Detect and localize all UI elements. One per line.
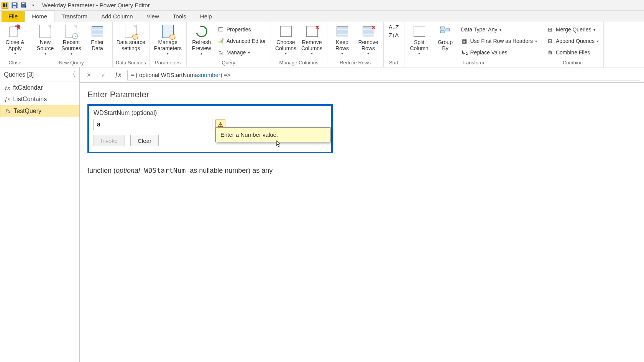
tab-file[interactable]: File: [2, 11, 25, 22]
group-reduce-rows-label: Reduce Rows: [330, 59, 380, 67]
recent-sources-icon: 🕓: [64, 25, 78, 38]
svg-rect-7: [440, 27, 444, 29]
tab-view[interactable]: View: [140, 11, 166, 22]
tab-transform[interactable]: Transform: [54, 11, 94, 22]
function-icon: ƒx: [5, 96, 10, 103]
group-parameters: Manage Parameters Parameters: [150, 22, 187, 67]
close-apply-button[interactable]: ✕ Close & Apply: [3, 24, 27, 56]
qat-dropdown-icon[interactable]: ▾: [29, 2, 37, 9]
formula-commit-button[interactable]: ✓: [98, 70, 109, 80]
function-icon: ƒx: [5, 108, 10, 115]
formula-bar: ✕ ✓ ƒx = ( optional WDStartNum as number…: [80, 67, 644, 83]
content-area: ✕ ✓ ƒx = ( optional WDStartNum as number…: [80, 67, 644, 362]
remove-rows-label: Remove Rows: [358, 39, 378, 51]
formula-input[interactable]: = ( optional WDStartNum as number ) =>: [127, 70, 640, 80]
group-sort: A↓Z Z↓A Sort: [384, 22, 404, 67]
tab-add-column[interactable]: Add Column: [94, 11, 140, 22]
append-queries-label: Append Queries: [556, 38, 595, 44]
group-by-label: Group By: [438, 39, 453, 51]
formula-cancel-button[interactable]: ✕: [84, 70, 94, 80]
formula-text-end: ) =>: [220, 72, 231, 78]
clear-button[interactable]: Clear: [130, 135, 159, 146]
split-column-button[interactable]: Split Column: [407, 24, 431, 56]
recent-sources-label: Recent Sources: [61, 39, 81, 51]
data-source-settings-icon: [124, 25, 138, 38]
query-item-fxcalendar[interactable]: ƒx fxCalendar: [0, 82, 79, 93]
query-item-label: TestQuery: [13, 108, 41, 115]
replace-values-button[interactable]: ↳₂Replace Values: [460, 48, 539, 57]
canvas: Enter Parameter WDStartNum (optional) ⚠ …: [80, 83, 644, 182]
formula-fx-icon[interactable]: ƒx: [113, 70, 123, 80]
group-query: Refresh Preview 🗔Properties 📝Advanced Ed…: [187, 22, 271, 67]
svg-rect-4: [22, 3, 25, 4]
first-row-headers-button[interactable]: ▦Use First Row as Headers: [460, 36, 539, 46]
group-by-button[interactable]: Group By: [434, 24, 457, 51]
choose-columns-button[interactable]: Choose Columns: [274, 24, 298, 56]
advanced-editor-button[interactable]: 📝Advanced Editor: [216, 36, 268, 46]
remove-rows-icon: ✕: [361, 25, 375, 38]
svg-rect-5: [10, 27, 17, 37]
queries-header[interactable]: Queries [3] 〈: [0, 67, 79, 82]
formula-text: = ( optional WDStartNum: [131, 72, 195, 78]
choose-columns-label: Choose Columns: [275, 39, 296, 51]
group-data-sources-label: Data Sources: [116, 59, 146, 67]
query-item-listcontains[interactable]: ƒx ListContains: [0, 93, 79, 105]
qat-save-icon[interactable]: [11, 2, 18, 9]
queries-header-label: Queries [3]: [4, 71, 34, 78]
combine-files-button[interactable]: 🗎Combine Files: [545, 48, 600, 57]
qat-save-as-icon[interactable]: [20, 2, 28, 9]
group-close-label: Close: [3, 59, 27, 67]
formula-keyword-number: number: [201, 72, 220, 78]
append-queries-button[interactable]: ⊟Append Queries: [545, 36, 600, 46]
group-data-sources: Data source settings Data Sources: [113, 22, 150, 67]
data-type-button[interactable]: Data Type: Any: [460, 25, 539, 34]
keep-rows-icon: [335, 25, 349, 38]
merge-queries-button[interactable]: ⊞Merge Queries: [545, 25, 600, 34]
headers-icon: ▦: [461, 38, 468, 44]
first-row-headers-label: Use First Row as Headers: [470, 38, 533, 44]
query-item-label: fxCalendar: [13, 84, 43, 91]
group-new-query: New Source 🕓 Recent Sources Enter Data N…: [30, 22, 113, 67]
properties-button[interactable]: 🗔Properties: [216, 25, 268, 34]
recent-sources-button[interactable]: 🕓 Recent Sources: [59, 24, 83, 56]
manage-parameters-icon: [161, 25, 175, 38]
data-type-label: Data Type: Any: [461, 26, 498, 33]
manage-button[interactable]: 🗂Manage: [216, 48, 268, 57]
new-source-button[interactable]: New Source: [33, 24, 57, 56]
sig-optional: optional: [116, 167, 140, 174]
function-signature: function (optional WDStartNum as nullabl…: [87, 166, 636, 175]
collapse-pane-icon[interactable]: 〈: [69, 70, 76, 79]
manage-parameters-button[interactable]: Manage Parameters: [153, 24, 183, 56]
parameter-input[interactable]: [94, 119, 212, 130]
group-transform: Split Column Group By Data Type: Any ▦Us…: [404, 22, 542, 67]
title-bar: ▾ Weekday Parameter - Power Query Editor: [0, 0, 644, 11]
group-combine: ⊞Merge Queries ⊟Append Queries 🗎Combine …: [542, 22, 604, 67]
manage-icon: 🗂: [217, 49, 224, 56]
validation-tooltip: Enter a Number value.: [215, 127, 330, 142]
ribbon: ✕ Close & Apply Close New Source 🕓 Recen…: [0, 22, 644, 67]
merge-queries-label: Merge Queries: [556, 26, 591, 33]
remove-rows-button[interactable]: ✕ Remove Rows: [356, 24, 380, 56]
refresh-icon: [195, 25, 209, 38]
combine-files-label: Combine Files: [556, 49, 590, 56]
close-apply-label: Close & Apply: [5, 39, 24, 51]
new-source-icon: [38, 25, 52, 38]
refresh-preview-button[interactable]: Refresh Preview: [190, 24, 214, 56]
keep-rows-label: Keep Rows: [335, 39, 349, 51]
properties-icon: 🗔: [217, 26, 224, 33]
tab-help[interactable]: Help: [193, 11, 219, 22]
data-source-settings-button[interactable]: Data source settings: [116, 24, 146, 51]
enter-data-button[interactable]: Enter Data: [85, 24, 109, 51]
group-manage-columns: Choose Columns ✕ Remove Columns Manage C…: [271, 22, 327, 67]
sort-desc-button[interactable]: Z↓A: [389, 32, 399, 38]
tab-tools[interactable]: Tools: [166, 11, 193, 22]
tab-home[interactable]: Home: [25, 10, 54, 22]
parameter-label: WDStartNum (optional): [94, 110, 327, 116]
remove-columns-button[interactable]: ✕ Remove Columns: [300, 24, 324, 56]
keep-rows-button[interactable]: Keep Rows: [330, 24, 354, 56]
sort-asc-button[interactable]: A↓Z: [389, 24, 399, 30]
query-item-testquery[interactable]: ƒx TestQuery: [0, 105, 79, 117]
invoke-button[interactable]: Invoke: [94, 135, 125, 146]
close-apply-icon: ✕: [8, 25, 22, 38]
svg-rect-9: [446, 29, 450, 31]
